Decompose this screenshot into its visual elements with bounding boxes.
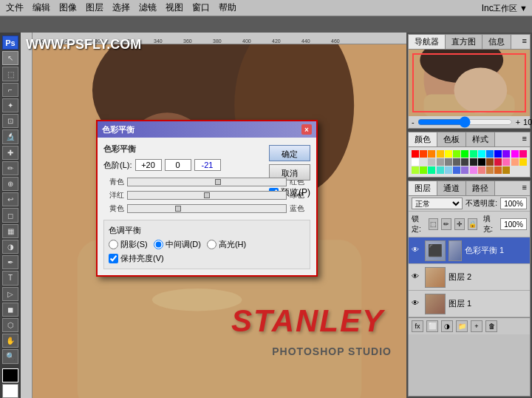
tab-paths[interactable]: 路径 [466,181,495,195]
color-swatch[interactable] [437,150,444,158]
color-swatch[interactable] [412,158,419,166]
layer-item-1[interactable]: 👁 图层 1 [409,291,530,317]
color-swatch[interactable] [470,150,477,158]
tool-3d[interactable]: ⬡ [2,318,18,332]
color-swatch[interactable] [445,158,452,166]
tool-text[interactable]: T [2,271,18,285]
tool-shape[interactable]: ◼ [2,303,18,317]
color-swatch[interactable] [412,150,419,158]
cyan-red-slider[interactable] [127,178,287,186]
menu-item-layer[interactable]: 图层 [86,1,103,14]
menu-item-select[interactable]: 选择 [112,1,130,14]
tool-eraser[interactable]: ◻ [2,208,18,222]
tool-move[interactable]: ↖ [2,51,18,65]
preserve-luminosity-label[interactable]: 保持亮度(V) [109,253,305,264]
menu-item-file[interactable]: 文件 [6,1,24,14]
layers-panel-menu[interactable]: ≡ [519,181,530,195]
layer-item-color-balance[interactable]: 👁 ⬛ 色彩平衡 1 [409,237,530,264]
delete-layer-btn[interactable]: 🗑 [485,320,497,332]
color-swatch[interactable] [502,166,510,174]
tool-rect-select[interactable]: ⬚ [2,67,18,81]
lock-paint-btn[interactable]: ✏ [441,218,451,230]
color-swatch[interactable] [470,166,477,174]
highlight-radio[interactable] [207,240,216,249]
menu-item-image[interactable]: 图像 [59,1,77,14]
tool-eyedropper[interactable]: 🔬 [2,129,18,144]
color-swatch[interactable] [437,166,444,174]
blend-mode-select[interactable]: 正常 [412,198,463,209]
zoom-slider[interactable] [417,119,513,125]
color-swatch[interactable] [461,158,468,166]
color-swatch[interactable] [486,158,494,166]
color-swatch[interactable] [461,150,468,158]
highlight-radio-label[interactable]: 高光(H) [207,239,246,250]
tool-gradient[interactable]: ▦ [2,224,18,238]
layer-eye-2[interactable]: 👁 [412,272,422,283]
layer-eye-color-balance[interactable]: 👁 [412,246,422,256]
tool-history-brush[interactable]: ↩ [2,192,18,206]
dialog-titlebar[interactable]: 色彩平衡 × [98,121,316,138]
background-color[interactable] [2,384,18,398]
midtone-radio-label[interactable]: 中间调(D) [154,239,201,250]
color-swatch[interactable] [445,150,452,158]
tool-lasso[interactable]: ⌐ [2,83,18,97]
tab-histogram[interactable]: 直方图 [446,35,482,49]
color-swatch[interactable] [494,166,502,174]
color-swatch[interactable] [494,158,502,166]
menu-item-filter[interactable]: 滤镜 [139,1,157,14]
color-swatch[interactable] [494,150,502,158]
color-swatch[interactable] [428,150,435,158]
shadow-radio-label[interactable]: 阴影(S) [109,239,148,250]
layer-eye-1[interactable]: 👁 [412,299,422,309]
color-swatch[interactable] [478,150,485,158]
color-swatch[interactable] [461,166,468,174]
color-swatch[interactable] [519,158,527,166]
tool-magic-wand[interactable]: ✦ [2,98,18,112]
tab-swatches[interactable]: 色板 [437,132,466,146]
color-swatch[interactable] [453,158,460,166]
zoom-in-icon[interactable]: + [516,118,520,127]
tab-info[interactable]: 信息 [482,35,511,49]
color-swatch[interactable] [502,158,510,166]
dialog-close-button[interactable]: × [301,124,312,135]
color-swatch[interactable] [453,166,460,174]
new-group-btn[interactable]: 📁 [456,320,468,332]
tab-styles[interactable]: 样式 [466,132,495,146]
preserve-checkbox[interactable] [109,254,118,263]
layer-item-2[interactable]: 👁 图层 2 [409,264,530,291]
tab-channels[interactable]: 通道 [437,181,466,195]
tool-clone[interactable]: ⊕ [2,177,18,191]
color-swatch[interactable] [478,166,485,174]
menu-item-help[interactable]: 帮助 [219,1,236,14]
new-adjustment-btn[interactable]: ◑ [441,320,453,332]
magenta-green-slider[interactable] [127,191,287,200]
color-swatch[interactable] [453,150,460,158]
color-swatch[interactable] [420,166,427,174]
color-swatch[interactable] [486,166,494,174]
color-swatch[interactable] [470,158,477,166]
lock-transparent-btn[interactable]: ⬚ [429,218,439,230]
color-swatch[interactable] [519,150,527,158]
add-style-btn[interactable]: fx [412,320,423,332]
tool-path-select[interactable]: ▷ [2,287,18,301]
color-swatch[interactable] [420,158,427,166]
tab-layers[interactable]: 图层 [409,181,437,195]
color-swatch[interactable] [412,166,419,174]
tool-brush[interactable]: ✏ [2,161,18,175]
color-swatch[interactable] [502,150,510,158]
color-swatch[interactable] [428,158,435,166]
tone-value-2[interactable] [165,159,191,171]
ok-button[interactable]: 确定 [269,145,310,161]
tool-zoom[interactable]: 🔍 [2,349,18,363]
tab-navigator[interactable]: 导航器 [409,35,446,49]
color-swatch[interactable] [478,158,485,166]
fill-input[interactable] [500,218,527,230]
color-panel-menu[interactable]: ≡ [519,132,530,146]
color-swatch[interactable] [445,166,452,174]
menu-item-view[interactable]: 视图 [166,1,183,14]
color-swatch[interactable] [428,166,435,174]
menu-item-window[interactable]: 窗口 [192,1,210,14]
tone-value-1[interactable] [135,159,162,171]
zoom-out-icon[interactable]: - [412,118,415,127]
tab-color[interactable]: 颜色 [409,132,437,146]
